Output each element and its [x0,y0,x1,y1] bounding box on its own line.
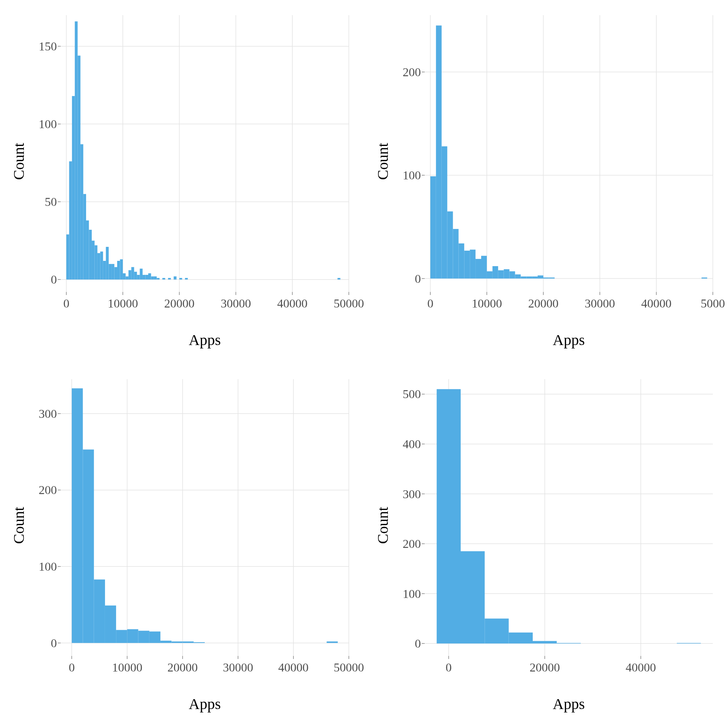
x-tick-label: 20000 [528,297,559,311]
x-tick-label: 0 [446,661,452,675]
svg-rect-90 [504,269,510,279]
svg-rect-38 [117,261,120,279]
y-tick-label: 0 [51,636,61,650]
y-axis-label: Count [374,143,392,180]
svg-rect-122 [94,579,105,643]
plot-area: 01000020000300004000050000050100150 [30,8,356,315]
y-tick-label: 100 [403,168,425,182]
svg-rect-32 [100,251,103,279]
svg-rect-37 [115,267,117,279]
x-axis-label: Apps [189,331,221,349]
svg-rect-40 [123,273,126,279]
svg-rect-86 [481,256,487,279]
svg-rect-94 [526,276,532,278]
svg-rect-34 [106,247,108,279]
svg-rect-152 [461,551,485,643]
svg-rect-154 [509,632,533,643]
svg-rect-128 [160,641,171,643]
svg-rect-96 [538,275,543,278]
svg-rect-92 [515,275,521,279]
svg-rect-25 [80,144,83,279]
y-tick-label: 100 [39,117,61,131]
y-axis-label: Count [10,143,28,180]
svg-rect-47 [143,275,145,279]
y-tick-label: 0 [415,637,425,651]
svg-rect-125 [127,629,138,643]
svg-rect-45 [137,275,140,279]
x-tick-label: 0 [69,661,75,675]
svg-rect-33 [103,261,106,279]
histogram-panel-0: Count01000020000300004000050000050100150… [8,8,356,356]
y-tick-label: 0 [51,273,61,287]
svg-rect-129 [171,642,182,643]
svg-rect-29 [92,241,94,280]
plot-area: 020000400000100200300400500 [394,372,720,679]
y-tick-label: 200 [403,537,425,551]
svg-rect-46 [140,268,143,279]
y-tick-label: 300 [403,487,425,501]
svg-rect-39 [120,259,122,279]
svg-rect-58 [337,278,340,279]
svg-rect-36 [111,264,114,279]
y-axis-label: Count [374,507,392,544]
x-tick-label: 40000 [641,297,672,311]
svg-rect-79 [442,146,447,279]
histogram-panel-3: Count020000400000100200300400500Apps [372,372,720,720]
x-tick-label: 5000 [701,297,725,311]
svg-rect-55 [174,276,176,279]
svg-rect-83 [464,251,470,279]
svg-rect-54 [168,278,171,279]
svg-rect-95 [532,276,538,278]
svg-rect-44 [134,272,137,280]
x-tick-label: 30000 [223,661,253,675]
svg-rect-151 [437,389,461,643]
svg-rect-42 [129,270,131,280]
svg-rect-87 [487,271,493,279]
svg-rect-91 [510,271,515,279]
svg-rect-28 [89,230,92,279]
svg-rect-50 [151,276,154,279]
svg-rect-21 [69,162,72,280]
plot-area: 010000200003000040000500000100200300 [30,372,356,679]
y-tick-label: 500 [403,387,425,401]
y-tick-label: 300 [39,406,61,420]
svg-rect-35 [109,264,111,279]
x-tick-label: 0 [63,297,69,311]
x-tick-label: 50000 [334,661,364,675]
svg-rect-56 [179,278,182,279]
svg-rect-89 [498,270,504,279]
svg-rect-30 [94,245,97,279]
svg-rect-157 [677,643,701,643]
y-tick-label: 0 [415,271,425,286]
plot-area: 01000020000300004000050000100200 [394,8,720,315]
svg-rect-31 [97,253,100,279]
x-tick-label: 40000 [278,661,309,675]
y-tick-label: 100 [403,587,425,601]
x-tick-label: 20000 [530,661,560,675]
svg-rect-123 [105,606,116,643]
svg-rect-85 [475,259,481,279]
svg-rect-97 [543,278,549,279]
x-tick-label: 20000 [164,297,195,311]
y-tick-label: 100 [39,560,61,574]
svg-rect-78 [436,25,442,278]
svg-rect-156 [557,643,581,643]
x-axis-label: Apps [553,331,585,349]
x-axis-label: Apps [553,695,585,713]
svg-rect-132 [327,642,338,643]
svg-rect-81 [453,229,459,279]
svg-rect-82 [458,243,464,279]
svg-rect-23 [75,21,77,279]
y-axis-label: Count [10,507,28,544]
svg-rect-52 [157,278,159,279]
svg-rect-24 [78,56,80,280]
svg-rect-124 [116,630,127,643]
histogram-panel-1: Count01000020000300004000050000100200App… [372,8,720,356]
y-tick-label: 400 [403,437,425,451]
svg-rect-27 [86,220,89,279]
svg-rect-155 [533,641,557,644]
svg-rect-126 [138,631,149,643]
x-tick-label: 50000 [334,297,364,311]
x-tick-label: 40000 [626,661,656,675]
svg-rect-120 [72,388,83,643]
